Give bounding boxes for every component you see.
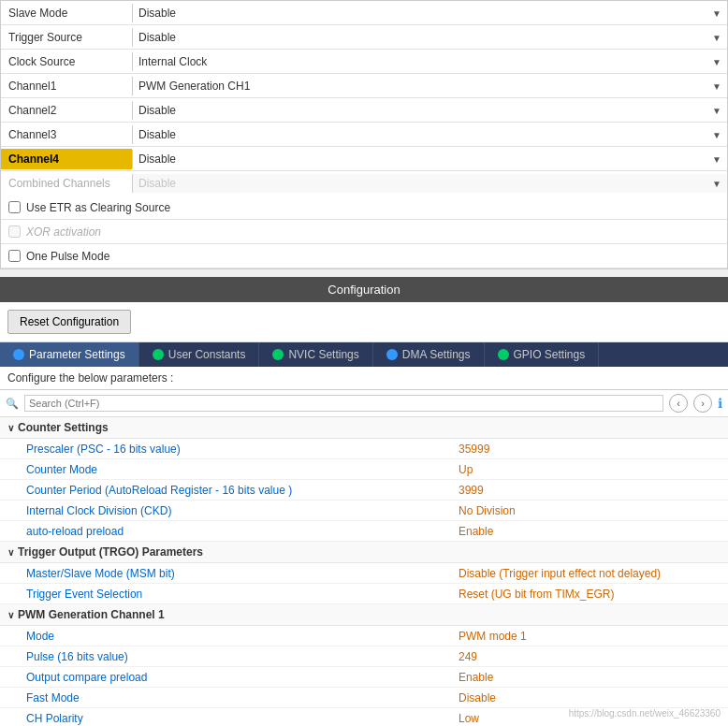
param-row: Internal Clock Division (CKD)No Division — [0, 501, 728, 521]
param-name: Pulse (16 bits value) — [26, 650, 459, 663]
tab-status-icon — [272, 349, 284, 360]
reset-configuration-button[interactable]: Reset Configuration — [7, 310, 131, 334]
tab-gpio-settings[interactable]: GPIO Settings — [485, 342, 600, 367]
param-row: ModePWM mode 1 — [0, 626, 728, 646]
next-nav-button[interactable]: › — [693, 394, 712, 413]
checkbox-label: XOR activation — [26, 225, 101, 239]
form-row: Clock SourceInternal Clock▼ — [1, 50, 727, 74]
param-row: Fast ModeDisable — [0, 688, 728, 708]
param-row: Master/Slave Mode (MSM bit)Disable (Trig… — [0, 563, 728, 584]
tab-label: User Constants — [168, 348, 246, 361]
checkbox-label: Use ETR as Clearing Source — [26, 201, 170, 214]
form-select-wrapper: Disable▼ — [132, 174, 727, 193]
param-value: Reset (UG bit from TIMx_EGR) — [459, 588, 721, 601]
param-row: Output compare preloadEnable — [0, 667, 728, 688]
param-name: auto-reload preload — [26, 525, 459, 538]
param-value: Enable — [459, 525, 721, 538]
search-bar: 🔍 ‹ › ℹ — [0, 390, 728, 417]
chevron-down-icon: ∨ — [7, 423, 14, 433]
form-label-clock-source: Clock Source — [1, 51, 132, 72]
form-select-wrapper: Disable▼ — [132, 150, 727, 168]
checkbox-row: One Pulse Mode — [1, 244, 727, 269]
form-select-wrapper: Disable▼ — [132, 28, 727, 47]
param-name: CH Polarity — [26, 712, 459, 725]
param-group-header-0[interactable]: ∨Counter Settings — [0, 417, 728, 439]
form-row: Channel3Disable▼ — [1, 123, 727, 147]
param-name: Counter Mode — [26, 463, 459, 476]
checkbox-row: Use ETR as Clearing Source — [1, 196, 727, 220]
tab-parameter-settings[interactable]: Parameter Settings — [0, 342, 139, 367]
param-value: 249 — [459, 650, 721, 663]
checkbox-xor-activation — [8, 225, 21, 238]
param-name: Master/Slave Mode (MSM bit) — [26, 567, 459, 580]
param-row: Counter ModeUp — [0, 459, 728, 480]
param-name: Output compare preload — [26, 671, 459, 684]
search-input[interactable] — [24, 395, 663, 412]
param-name: Counter Period (AutoReload Register - 16… — [26, 484, 459, 497]
form-row: Slave ModeDisable▼ — [1, 1, 727, 25]
search-icon: 🔍 — [6, 398, 19, 410]
tab-label: Parameter Settings — [29, 348, 125, 361]
tab-status-icon — [386, 349, 398, 360]
param-row: Prescaler (PSC - 16 bits value)35999 — [0, 439, 728, 459]
form-select-slave-mode[interactable]: Disable — [133, 4, 727, 22]
group-name: Trigger Output (TRGO) Parameters — [18, 545, 203, 559]
form-row: Combined ChannelsDisable▼ — [1, 171, 727, 196]
param-value: 35999 — [459, 443, 721, 456]
param-value: 3999 — [459, 484, 721, 497]
form-label-channel1: Channel1 — [1, 76, 132, 96]
form-select-wrapper: PWM Generation CH1▼ — [132, 77, 727, 95]
param-value: Disable — [459, 691, 721, 704]
form-row: Trigger SourceDisable▼ — [1, 25, 727, 50]
group-name: PWM Generation Channel 1 — [18, 608, 165, 621]
form-label-channel4: Channel4 — [1, 149, 132, 169]
checkbox-label: One Pulse Mode — [26, 250, 109, 263]
form-label-trigger-source: Trigger Source — [1, 27, 132, 48]
prev-nav-button[interactable]: ‹ — [669, 394, 688, 413]
param-name: Trigger Event Selection — [26, 588, 459, 601]
config-header: Configuration — [0, 277, 728, 302]
tabs-bar: Parameter SettingsUser ConstantsNVIC Set… — [0, 342, 728, 367]
param-value: PWM mode 1 — [459, 630, 721, 643]
param-name: Fast Mode — [26, 691, 459, 704]
param-value: Enable — [459, 671, 721, 684]
param-name: Prescaler (PSC - 16 bits value) — [26, 443, 459, 456]
param-value: Disable (Trigger input effect not delaye… — [459, 567, 721, 580]
param-row: Trigger Event SelectionReset (UG bit fro… — [0, 584, 728, 604]
tab-dma-settings[interactable]: DMA Settings — [373, 342, 485, 367]
form-select-channel3[interactable]: Disable — [133, 125, 727, 144]
group-name: Counter Settings — [18, 421, 109, 434]
param-row: Counter Period (AutoReload Register - 16… — [0, 480, 728, 501]
form-label-slave-mode: Slave Mode — [1, 3, 132, 23]
param-value: Up — [459, 463, 721, 476]
form-select-combined-channels: Disable — [133, 174, 727, 193]
checkbox-one-pulse-mode[interactable] — [8, 250, 21, 262]
param-value: No Division — [459, 504, 721, 517]
form-select-clock-source[interactable]: Internal Clock — [133, 52, 727, 71]
checkbox-use-etr-as-clearing-source[interactable] — [8, 201, 21, 213]
form-label-channel3: Channel3 — [1, 124, 132, 145]
param-group-header-2[interactable]: ∨PWM Generation Channel 1 — [0, 604, 728, 626]
reset-area: Reset Configuration — [0, 302, 728, 342]
param-group-header-1[interactable]: ∨Trigger Output (TRGO) Parameters — [0, 542, 728, 563]
form-select-channel2[interactable]: Disable — [133, 101, 727, 120]
tab-nvic-settings[interactable]: NVIC Settings — [259, 342, 372, 367]
form-select-channel4[interactable]: Disable — [133, 150, 727, 168]
tab-status-icon — [153, 349, 164, 360]
param-name: Internal Clock Division (CKD) — [26, 504, 459, 517]
form-select-channel1[interactable]: PWM Generation CH1 — [133, 77, 727, 95]
form-select-wrapper: Disable▼ — [132, 125, 727, 144]
form-label-combined-channels: Combined Channels — [1, 173, 132, 194]
param-row: CH PolarityLow — [0, 708, 728, 726]
info-icon[interactable]: ℹ — [718, 396, 722, 411]
tab-user-constants[interactable]: User Constants — [139, 342, 260, 367]
form-select-trigger-source[interactable]: Disable — [133, 28, 727, 47]
param-row: auto-reload preloadEnable — [0, 521, 728, 542]
form-select-wrapper: Disable▼ — [132, 4, 727, 22]
form-select-wrapper: Disable▼ — [132, 101, 727, 120]
form-row: Channel2Disable▼ — [1, 98, 727, 123]
tab-label: NVIC Settings — [288, 348, 358, 361]
chevron-down-icon: ∨ — [7, 547, 14, 558]
form-row: Channel4Disable▼ — [1, 147, 727, 171]
form-select-wrapper: Internal Clock▼ — [132, 52, 727, 71]
